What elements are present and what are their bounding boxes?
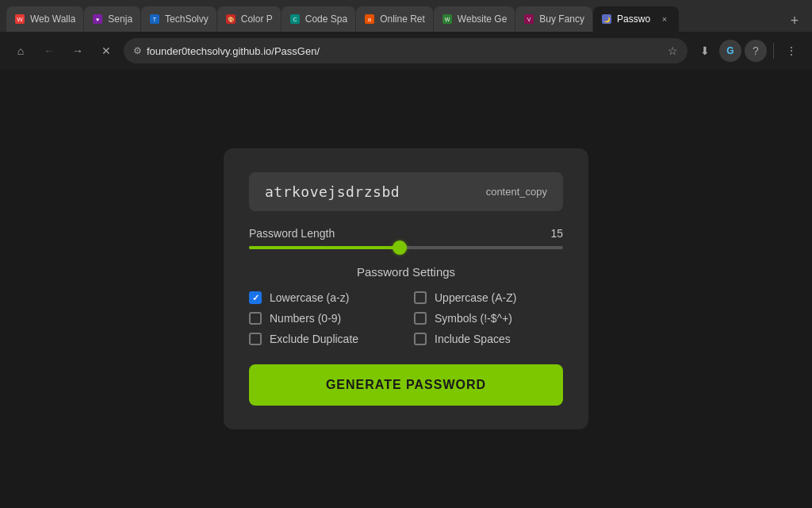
tab-buy-fancy[interactable]: VBuy Fancy: [515, 6, 592, 32]
slider-header: Password Length 15: [249, 227, 563, 240]
checkbox-uppercase[interactable]: Uppercase (A-Z): [414, 291, 563, 304]
tab-label-online-ret: Online Ret: [380, 13, 425, 25]
svg-text:🎨: 🎨: [227, 16, 234, 23]
tab-passwo[interactable]: 🌙Passwo×: [593, 6, 679, 32]
toolbar: ⌂ ← → ✕ ⚙ founder0techsolvy.github.io/Pa…: [0, 32, 812, 70]
checkbox-label-uppercase: Uppercase (A-Z): [435, 291, 516, 304]
svg-text:W: W: [445, 17, 450, 22]
password-generator-card: atrkovejsdrzsbd content_copy Password Le…: [224, 148, 588, 429]
bookmark-icon[interactable]: ☆: [668, 44, 678, 57]
svg-text:♥: ♥: [96, 17, 99, 22]
copy-button[interactable]: content_copy: [486, 186, 547, 198]
checkbox-label-numbers: Numbers (0-9): [270, 312, 341, 325]
checkbox-label-lowercase: Lowercase (a-z): [270, 291, 349, 304]
tab-label-techsolvy: TechSolvy: [165, 13, 209, 25]
checkbox-exclude-dup[interactable]: Exclude Duplicate: [249, 333, 398, 345]
tab-label-passwo: Passwo: [617, 13, 650, 25]
tab-favicon-web-walla: W: [14, 13, 25, 25]
reload-icon: ✕: [102, 44, 111, 57]
new-tab-button[interactable]: +: [783, 10, 806, 32]
tab-favicon-passwo: 🌙: [601, 13, 612, 25]
tab-favicon-online-ret: a: [364, 13, 375, 25]
forward-button[interactable]: →: [67, 40, 89, 62]
tab-label-code-spa: Code Spa: [305, 13, 347, 25]
menu-icon: ⋮: [786, 44, 797, 57]
settings-grid: Lowercase (a-z)Uppercase (A-Z)Numbers (0…: [249, 291, 563, 345]
checkbox-box-lowercase[interactable]: [249, 291, 262, 304]
toolbar-divider: [773, 43, 774, 59]
svg-text:W: W: [17, 16, 23, 23]
menu-button[interactable]: ⋮: [780, 40, 802, 62]
checkbox-include-spaces[interactable]: Include Spaces: [414, 333, 563, 345]
tab-label-senja: Senja: [108, 13, 132, 25]
checkbox-box-symbols[interactable]: [414, 312, 427, 325]
browser-frame: WWeb Walla♥SenjaTTechSolvy🎨Color PCCode …: [0, 0, 812, 508]
security-icon: ⚙: [133, 45, 142, 56]
checkbox-label-exclude-dup: Exclude Duplicate: [270, 333, 358, 345]
forward-icon: →: [72, 44, 83, 57]
checkbox-symbols[interactable]: Symbols (!-$^+): [414, 312, 563, 325]
tab-favicon-website-ge: W: [442, 13, 453, 25]
tab-label-web-walla: Web Walla: [30, 13, 75, 25]
slider-value: 15: [550, 227, 563, 240]
address-text: founder0techsolvy.github.io/PassGen/: [147, 45, 663, 57]
slider-fill: [249, 246, 400, 249]
slider-section: Password Length 15: [249, 227, 563, 249]
tab-close-passwo[interactable]: ×: [658, 13, 671, 25]
tab-favicon-code-spa: C: [289, 13, 301, 25]
tab-favicon-senja: ♥: [92, 13, 103, 25]
translate-button[interactable]: G: [719, 40, 741, 62]
tab-label-website-ge: Website Ge: [458, 13, 507, 25]
back-button[interactable]: ←: [38, 40, 60, 62]
checkbox-numbers[interactable]: Numbers (0-9): [249, 312, 398, 325]
tab-favicon-buy-fancy: V: [523, 13, 534, 25]
svg-text:C: C: [293, 17, 297, 22]
tab-code-spa[interactable]: CCode Spa: [282, 6, 355, 32]
svg-text:🌙: 🌙: [603, 16, 611, 23]
help-button[interactable]: ?: [745, 40, 767, 62]
tab-label-color-p: Color P: [241, 13, 273, 25]
slider-label: Password Length: [249, 227, 335, 240]
tab-online-ret[interactable]: aOnline Ret: [356, 6, 433, 32]
tab-bar: WWeb Walla♥SenjaTTechSolvy🎨Color PCCode …: [0, 0, 812, 32]
checkbox-lowercase[interactable]: Lowercase (a-z): [249, 291, 398, 304]
password-length-slider[interactable]: [249, 246, 563, 249]
help-icon: ?: [753, 44, 759, 57]
tab-senja[interactable]: ♥Senja: [84, 6, 140, 32]
tab-website-ge[interactable]: WWebsite Ge: [434, 6, 515, 32]
page-content: atrkovejsdrzsbd content_copy Password Le…: [0, 70, 812, 508]
checkbox-label-symbols: Symbols (!-$^+): [435, 312, 512, 325]
password-output: atrkovejsdrzsbd: [265, 183, 400, 200]
checkbox-label-include-spaces: Include Spaces: [435, 333, 511, 345]
checkbox-box-include-spaces[interactable]: [414, 333, 427, 345]
back-icon: ←: [44, 44, 55, 57]
reload-button[interactable]: ✕: [95, 40, 117, 62]
home-button[interactable]: ⌂: [10, 40, 32, 62]
tab-label-buy-fancy: Buy Fancy: [539, 13, 584, 25]
tab-color-p[interactable]: 🎨Color P: [217, 6, 281, 32]
copy-label: content_copy: [486, 186, 547, 198]
translate-icon: G: [726, 45, 733, 56]
svg-text:T: T: [153, 17, 157, 22]
download-button[interactable]: ⬇: [694, 40, 716, 62]
checkbox-box-numbers[interactable]: [249, 312, 262, 325]
home-icon: ⌂: [17, 44, 24, 57]
svg-text:a: a: [368, 16, 372, 23]
checkbox-box-exclude-dup[interactable]: [249, 333, 262, 345]
toolbar-actions: ⬇ G ? ⋮: [694, 40, 802, 62]
download-icon: ⬇: [700, 44, 710, 57]
tab-favicon-color-p: 🎨: [225, 13, 236, 25]
settings-title: Password Settings: [249, 265, 563, 279]
address-bar[interactable]: ⚙ founder0techsolvy.github.io/PassGen/ ☆: [124, 38, 688, 64]
checkbox-box-uppercase[interactable]: [414, 291, 427, 304]
generate-password-button[interactable]: GENERATE PASSWORD: [249, 364, 563, 406]
slider-thumb[interactable]: [393, 241, 407, 255]
tab-web-walla[interactable]: WWeb Walla: [6, 6, 83, 32]
tab-techsolvy[interactable]: TTechSolvy: [141, 6, 216, 32]
tab-favicon-techsolvy: T: [149, 13, 160, 25]
svg-text:V: V: [527, 17, 531, 22]
password-display: atrkovejsdrzsbd content_copy: [249, 172, 563, 211]
